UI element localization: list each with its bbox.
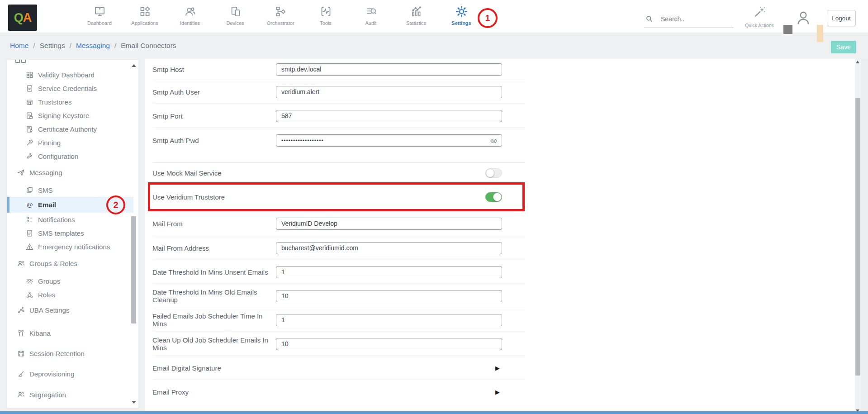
sidebar-item-label: Configuration <box>38 152 78 160</box>
user-profile-button[interactable] <box>795 10 811 26</box>
safe-icon <box>26 98 33 106</box>
clean-up-old-job-scheduler-emails-in-mins-input[interactable] <box>276 338 502 350</box>
sidebar-item-label: Notifications <box>38 216 75 224</box>
quick-actions-button[interactable]: Quick Actions <box>745 5 774 28</box>
logout-button[interactable]: Logout <box>827 10 856 26</box>
expand-arrow-icon[interactable]: ▶ <box>495 365 500 371</box>
doclock-icon <box>26 112 33 119</box>
identities-icon <box>184 5 196 18</box>
scroll-up-arrow-icon[interactable] <box>132 64 136 67</box>
sidebar-item-truststores[interactable]: Truststores <box>7 95 129 109</box>
nav-label: Audit <box>365 20 376 26</box>
search-input[interactable] <box>660 15 725 23</box>
doc-icon <box>26 229 33 237</box>
window-scrollbar-thumb[interactable] <box>855 98 860 376</box>
users-icon <box>17 391 25 399</box>
scroll-down-arrow-icon[interactable] <box>132 401 136 404</box>
tools-icon <box>320 5 332 18</box>
failed-emails-job-scheduler-time-in-mins-input[interactable] <box>276 314 502 326</box>
sidebar-item-configuration[interactable]: Configuration <box>7 149 129 163</box>
use-mock-mail-service-toggle[interactable] <box>485 168 502 178</box>
kibana-icon <box>17 329 25 337</box>
field-label: Smtp Auth User <box>152 88 276 96</box>
app-logo[interactable]: QA <box>8 5 37 31</box>
sidebar-item-groups[interactable]: Groups <box>7 274 129 288</box>
smtp-auth-user-input[interactable] <box>276 86 502 98</box>
top-bar: QA DashboardApplicationsIdentitiesDevice… <box>0 0 868 33</box>
doc-icon <box>26 85 33 92</box>
smtp-host-row: Smtp Host <box>152 59 525 80</box>
expand-arrow-icon[interactable]: ▶ <box>495 389 500 395</box>
date-threshold-in-mins-unsent-emails-input[interactable] <box>276 266 502 278</box>
smtp-port-input[interactable] <box>276 110 502 122</box>
smtp-auth-pwd-input[interactable] <box>276 134 502 147</box>
sidebar-item-validity-dashboard[interactable]: Validity Dashboard <box>7 68 129 81</box>
sidebar-item-session-retention[interactable]: Session Retention <box>7 347 129 360</box>
breadcrumb-messaging[interactable]: Messaging <box>76 42 110 50</box>
password-field-wrapper <box>276 134 502 147</box>
smtp-host-input[interactable] <box>276 63 502 76</box>
nav-item-identities[interactable]: Identities <box>167 0 213 33</box>
eye-icon[interactable] <box>490 137 498 145</box>
sidebar-scrollbar-thumb[interactable] <box>131 216 136 324</box>
sms-icon <box>26 186 33 194</box>
sidebar-item-uba-settings[interactable]: UBA Settings <box>7 303 129 317</box>
sidebar-item-pinning[interactable]: Pinning <box>7 136 129 149</box>
peach-highlight-bar <box>817 25 823 42</box>
email-proxy-row[interactable]: Email Proxy▶ <box>152 380 525 404</box>
sidebar-item-sms[interactable]: SMS <box>7 183 129 197</box>
window-scrollbar[interactable] <box>855 59 861 414</box>
nav-item-dashboard[interactable]: Dashboard <box>77 0 122 33</box>
sidebar-item-service-credentials[interactable]: Service Credentials <box>7 81 129 95</box>
sidebar-item-roles[interactable]: Roles <box>7 288 129 301</box>
save-button[interactable]: Save <box>831 41 856 53</box>
field-label: Smtp Auth Pwd <box>152 137 276 144</box>
clean-up-old-job-scheduler-emails-in-mins-row: Clean Up Old Job Scheduler Emails In Min… <box>152 332 525 356</box>
annotation-step-1: 1 <box>478 8 498 28</box>
sidebar-item-deprovisioning[interactable]: Deprovisioning <box>7 367 129 381</box>
date-threshold-in-mins-unsent-emails-row: Date Threshold In Mins Unsent Emails <box>152 260 525 284</box>
nav-item-tools[interactable]: Tools <box>303 0 348 33</box>
nav-item-audit[interactable]: Audit <box>348 0 394 33</box>
sidebar-item-notifications[interactable]: Notifications <box>7 213 129 226</box>
sidebar-item-sms-templates[interactable]: SMS templates <box>7 226 129 240</box>
field-label: Use Mock Mail Service <box>152 169 485 177</box>
sidebar-scrollbar[interactable] <box>130 61 137 407</box>
stats-icon <box>410 5 422 18</box>
sidebar-item-signing-keystore[interactable]: Signing Keystore <box>7 109 129 122</box>
apps-icon <box>139 5 151 18</box>
breadcrumb-bar: Home/Settings/Messaging/Email Connectors… <box>0 33 868 59</box>
nav-item-devices[interactable]: Devices <box>213 0 258 33</box>
logo-letter-q: Q <box>14 11 23 25</box>
sidebar-item-emergency-notifications[interactable]: Emergency notifications <box>7 240 129 253</box>
sidebar-item-label: Emergency notifications <box>38 243 110 251</box>
orch-icon <box>275 5 287 18</box>
nav-item-settings[interactable]: Settings <box>439 0 484 33</box>
nav-label: Orchestrator <box>266 20 294 26</box>
scatter-icon <box>17 306 25 314</box>
nav-item-orchestrator[interactable]: Orchestrator <box>258 0 303 33</box>
breadcrumb-home[interactable]: Home <box>10 42 28 50</box>
sidebar-item-label: Service Credentials <box>38 85 97 92</box>
crowd-icon <box>26 277 33 285</box>
sidebar-item-kibana[interactable]: Kibana <box>7 326 129 340</box>
nav-item-statistics[interactable]: Statistics <box>394 0 439 33</box>
sidebar-item-messaging[interactable]: Messaging <box>7 166 129 179</box>
nav-label: Statistics <box>406 20 426 26</box>
breadcrumb-email-connectors: Email Connectors <box>121 42 176 50</box>
mail-from-input[interactable] <box>276 218 502 230</box>
gear-icon <box>455 5 468 18</box>
sidebar-item-certificate-authority[interactable]: Certificate Authority <box>7 122 129 136</box>
users-icon <box>17 260 25 267</box>
use-veridium-truststore-toggle[interactable] <box>485 192 502 202</box>
field-label: Email Digital Signature <box>152 364 495 372</box>
email-digital-signature-row[interactable]: Email Digital Signature▶ <box>152 356 525 380</box>
grid-icon <box>26 71 33 79</box>
nav-item-applications[interactable]: Applications <box>122 0 167 33</box>
date-threshold-in-mins-old-emails-cleanup-input[interactable] <box>276 290 502 302</box>
mail-from-address-input[interactable] <box>276 242 502 254</box>
sidebar-item-segregation[interactable]: Segregation <box>7 388 129 401</box>
window-scroll-up-icon[interactable] <box>856 61 859 63</box>
gray-square-artifact <box>783 25 792 34</box>
sidebar-item-groups-roles[interactable]: Groups & Roles <box>7 257 129 270</box>
